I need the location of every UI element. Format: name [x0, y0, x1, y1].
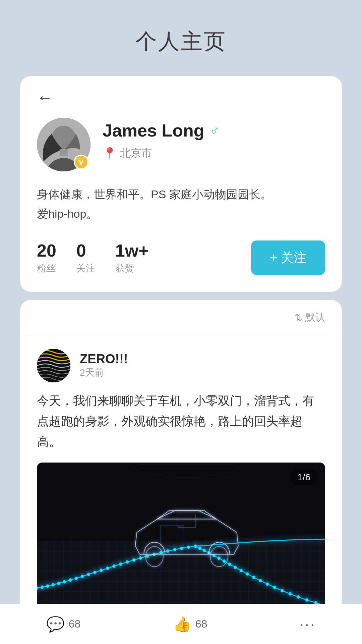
image-counter: 1/6	[291, 469, 317, 485]
username-row: James Long ♂	[103, 120, 325, 141]
location-row: 📍 北京市	[103, 146, 325, 161]
stat-fans: 20 粉丝	[37, 240, 56, 275]
profile-info: James Long ♂ 📍 北京市	[103, 118, 325, 161]
page-title: 个人主页	[0, 0, 362, 76]
bio-line1: 身体健康，世界和平。PS 家庭小动物园园长。	[37, 188, 272, 201]
fans-label: 粉丝	[37, 262, 56, 275]
following-label: 关注	[76, 262, 95, 275]
bio: 身体健康，世界和平。PS 家庭小动物园园长。 爱hip-hop。	[37, 185, 325, 224]
stat-likes: 1w+ 获赞	[115, 240, 149, 275]
avatar-wrap: v	[37, 118, 90, 171]
comment-icon: 💬	[46, 615, 65, 633]
sort-icon: ⇅	[295, 312, 302, 323]
like-icon: 👍	[173, 615, 191, 633]
fans-count: 20	[37, 240, 56, 261]
svg-rect-3	[60, 149, 68, 156]
stat-following: 0 关注	[76, 240, 95, 275]
gender-icon: ♂	[209, 123, 220, 138]
comment-count: 68	[69, 618, 81, 630]
like-count: 68	[195, 618, 207, 630]
likes-label: 获赞	[115, 262, 149, 275]
sort-bar[interactable]: ⇅ 默认	[20, 300, 342, 335]
post-meta: ZERO!!! 2天前	[80, 352, 325, 379]
username: James Long	[103, 120, 204, 141]
posts-card: ⇅ 默认	[20, 300, 342, 637]
sort-label: 默认	[305, 311, 325, 324]
more-action[interactable]: ···	[300, 616, 316, 633]
bio-line2: 爱hip-hop。	[37, 207, 98, 220]
back-arrow-icon: ←	[37, 90, 53, 106]
follow-button[interactable]: + 关注	[251, 240, 325, 275]
profile-header: v James Long ♂ 📍 北京市	[37, 118, 325, 171]
comment-action[interactable]: 💬 68	[46, 615, 81, 633]
post-header: ZERO!!! 2天前	[37, 349, 325, 382]
location-text: 北京市	[120, 146, 152, 161]
following-count: 0	[76, 240, 95, 261]
verified-badge: v	[74, 155, 88, 169]
bottom-bar: 💬 68 👍 68 ···	[0, 604, 362, 644]
location-pin-icon: 📍	[103, 147, 117, 160]
post-item: ZERO!!! 2天前 今天，我们来聊聊关于车机，小零双门，溜背式，有点超跑的身…	[20, 335, 342, 637]
post-time: 2天前	[80, 367, 104, 378]
back-button[interactable]: ←	[37, 90, 325, 106]
post-author-avatar	[37, 349, 70, 382]
post-content: 今天，我们来聊聊关于车机，小零双门，溜背式，有点超跑的身影，外观确实很惊艳，路上…	[37, 390, 325, 452]
stats-row: 20 粉丝 0 关注 1w+ 获赞 + 关注	[37, 240, 325, 275]
profile-card: ←	[20, 76, 342, 292]
post-author-name: ZERO!!!	[80, 352, 325, 366]
likes-count: 1w+	[115, 240, 149, 261]
like-action[interactable]: 👍 68	[173, 615, 207, 633]
